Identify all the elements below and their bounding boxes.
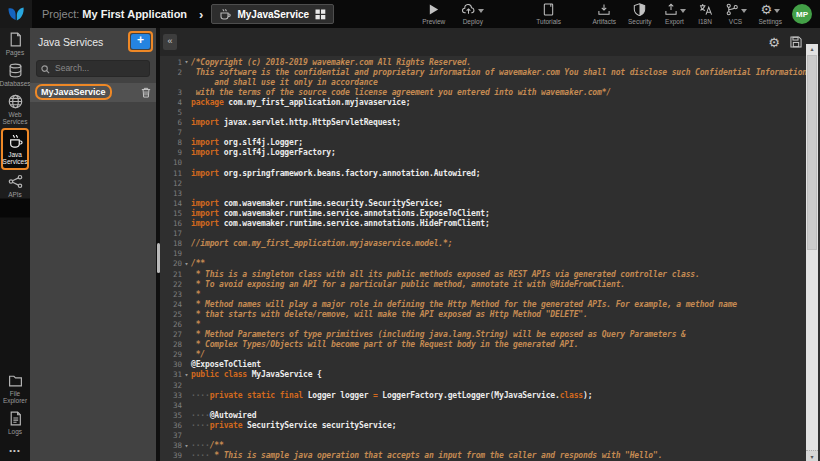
line-number: 8	[160, 138, 182, 147]
chevron-down-icon	[478, 9, 484, 13]
artifacts-icon	[597, 3, 611, 16]
editor-settings-icon[interactable]: ⚙	[768, 36, 780, 49]
scroll-up-icon[interactable]: ▴	[806, 44, 818, 54]
fold-arrow-icon[interactable]: ▾	[182, 371, 191, 379]
i18n-button[interactable]: I18N	[698, 0, 713, 25]
sidebar-item-databases[interactable]: Databases	[1, 59, 29, 90]
artifacts-button[interactable]: Artifacts	[593, 0, 616, 25]
web-services-icon	[8, 94, 23, 109]
code-line-text: package com.my_first_application.myjavas…	[191, 98, 410, 107]
collapse-panel-button[interactable]: «	[163, 34, 177, 50]
line-number: 28	[160, 340, 182, 349]
tab-myjavaservice[interactable]: MyJavaService	[211, 4, 334, 24]
code-line-text: and shall use it only in accordance	[191, 78, 378, 87]
line-number: 9	[160, 148, 182, 157]
settings-button[interactable]: ⚙Settings	[759, 0, 783, 25]
scroll-down-icon[interactable]: ▾	[806, 450, 818, 461]
chevron-down-icon	[680, 9, 686, 13]
export-label: Export	[665, 18, 684, 25]
code-row: 37	[160, 430, 820, 440]
vcs-button[interactable]: VCS	[725, 0, 747, 25]
code-row: 3 with the terms of the source code lice…	[160, 87, 820, 97]
file-explorer-icon	[8, 373, 23, 388]
topbar-left-actions: PreviewDeploy	[422, 0, 484, 28]
project-name[interactable]: My First Application	[82, 8, 187, 20]
export-button[interactable]: Export	[664, 0, 686, 25]
add-java-service-button[interactable]: +	[131, 34, 150, 49]
code-row: 25 * that starts with delete/remove, wil…	[160, 309, 820, 319]
grid-icon[interactable]	[315, 9, 326, 20]
code-row: 33····private static final Logger logger…	[160, 390, 820, 400]
code-line-text: import com.wavemaker.runtime.security.Se…	[191, 199, 443, 208]
code-line-text: //import com.my_first_application.myjava…	[191, 239, 452, 248]
line-number: 10	[160, 158, 182, 167]
code-line-text: ···· * This is sample java operation tha…	[191, 451, 662, 460]
sidebar-item-label: Java Services	[3, 151, 28, 165]
code-row: 2 This software is the confidential and …	[160, 67, 820, 77]
rail-top-items: PagesDatabasesWeb ServicesJava ServicesA…	[1, 28, 29, 201]
sidebar-item-pages[interactable]: Pages	[1, 28, 29, 59]
code-line-text: ····/**	[191, 441, 224, 450]
save-icon[interactable]	[790, 36, 802, 48]
sidebar-item-logs[interactable]: Logs	[1, 407, 29, 438]
scrollbar-thumb[interactable]	[807, 55, 817, 250]
code-row: 23 *	[160, 289, 820, 299]
security-button[interactable]: Security	[628, 0, 651, 25]
tutorials-icon	[542, 3, 555, 16]
line-number: 16	[160, 219, 182, 228]
line-number: 3	[160, 88, 182, 97]
line-number: 13	[160, 189, 182, 198]
sidebar-item-web-services[interactable]: Web Services	[1, 90, 29, 128]
chevron-down-icon	[774, 9, 780, 13]
line-number: 35	[160, 411, 182, 420]
code-line-text: import org.slf4j.Logger;	[191, 138, 303, 147]
code-line-text: * Complex Types/Objects will become part…	[191, 340, 578, 349]
tutorials-button[interactable]: Tutorials	[536, 0, 561, 25]
preview-icon	[427, 3, 440, 16]
editor-scrollbar[interactable]: ▴ ▾	[806, 44, 818, 461]
code-row: 27 * Method Parameters of type primitive…	[160, 330, 820, 340]
code-line-text: * Method names will play a major role in…	[191, 300, 737, 309]
user-avatar[interactable]: MP	[792, 4, 812, 24]
more-options-icon[interactable]: •••	[9, 438, 20, 461]
editor-toolbar: « ⚙	[160, 28, 820, 56]
code-row: 34	[160, 400, 820, 410]
pages-icon	[8, 32, 23, 47]
wavemaker-logo[interactable]	[0, 0, 32, 28]
search-input[interactable]	[36, 60, 150, 77]
sidebar-item-apis[interactable]: APIs	[1, 170, 29, 201]
code-row: 21 * This is a singleton class with all …	[160, 269, 820, 279]
service-list-item[interactable]: MyJavaService	[30, 83, 156, 102]
line-number: 14	[160, 199, 182, 208]
code-row: 15import com.wavemaker.runtime.service.a…	[160, 208, 820, 218]
code-area[interactable]: 1▾/*Copyright (c) 2018-2019 wavemaker.co…	[160, 56, 820, 461]
line-number: 38	[160, 441, 182, 450]
vcs-icon	[725, 3, 739, 16]
line-number: 7	[160, 128, 182, 137]
code-row: 10	[160, 158, 820, 168]
sidebar-item-file-explorer[interactable]: File Explorer	[1, 369, 29, 407]
left-rail: PagesDatabasesWeb ServicesJava ServicesA…	[0, 28, 30, 461]
line-number: 23	[160, 290, 182, 299]
line-number: 33	[160, 391, 182, 400]
code-row: 14import com.wavemaker.runtime.security.…	[160, 198, 820, 208]
line-number: 2	[160, 68, 182, 77]
deploy-button[interactable]: Deploy	[461, 0, 484, 25]
delete-service-icon[interactable]	[141, 87, 151, 98]
project-label: Project:	[42, 8, 79, 20]
settings-label: Settings	[759, 18, 783, 25]
fold-arrow-icon[interactable]: ▾	[182, 260, 191, 268]
line-number: 32	[160, 381, 182, 390]
code-line-text: public class MyJavaService {	[191, 370, 322, 379]
line-number: 15	[160, 209, 182, 218]
fold-arrow-icon[interactable]: ▾	[182, 58, 191, 66]
preview-button[interactable]: Preview	[422, 0, 445, 25]
code-line-text: @ExposeToClient	[191, 360, 261, 369]
sidebar-item-java-services[interactable]: Java Services	[1, 128, 29, 170]
code-row: 12	[160, 178, 820, 188]
security-label: Security	[628, 18, 651, 25]
line-number: 39	[160, 451, 182, 460]
java-services-icon	[8, 134, 23, 149]
fold-arrow-icon[interactable]: ▾	[182, 442, 191, 450]
logs-icon	[8, 411, 23, 426]
